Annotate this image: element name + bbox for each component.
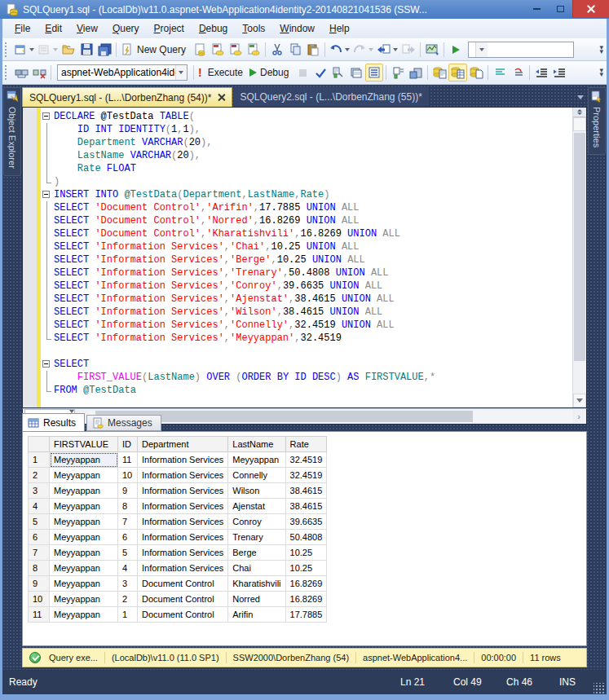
toolbar-overflow-button[interactable]: ▾▾ [599, 68, 603, 77]
code-line[interactable]: ) [54, 175, 572, 188]
new-query-button[interactable]: New Query [119, 41, 191, 59]
code-line[interactable]: SELECT 'Information Services','Conroy',3… [54, 280, 572, 293]
comment-button[interactable] [491, 64, 509, 81]
new-window-button[interactable] [12, 41, 36, 59]
table-row[interactable]: 4Meyyappan8Information ServicesAjenstat3… [29, 499, 327, 514]
table-row[interactable]: 6Meyyappan6Information ServicesTrenary50… [29, 530, 327, 545]
results-to-text-button[interactable] [430, 64, 448, 81]
query-options-button[interactable] [365, 64, 383, 81]
query-designer-button[interactable] [347, 64, 365, 81]
chevron-down-icon[interactable] [175, 65, 187, 80]
database-selector[interactable]: aspnet-WebApplication4ide [57, 64, 188, 81]
menu-debug[interactable]: Debug [192, 20, 235, 37]
code-line[interactable]: SELECT 'Information Services','Berge',10… [54, 253, 572, 266]
grid-cell[interactable]: 32.4519 [285, 452, 327, 468]
grid-cell[interactable]: 10.25 [285, 545, 327, 561]
grid-cell[interactable]: Meyyappan [50, 499, 118, 514]
grid-cell[interactable]: 1 [118, 607, 138, 623]
object-explorer-tab[interactable]: Object Explorer [3, 87, 21, 176]
table-row[interactable]: 2Meyyappan10Information ServicesConnelly… [29, 468, 327, 483]
grid-cell[interactable]: Meyyappan [50, 561, 118, 576]
menu-query[interactable]: Query [105, 20, 147, 37]
parse-button[interactable] [311, 64, 329, 81]
grid-cell[interactable]: 5 [118, 545, 138, 561]
code-line[interactable]: DECLARE @TestData TABLE( [54, 110, 572, 123]
grid-cell[interactable]: Document Control [138, 607, 228, 623]
row-header[interactable]: 3 [29, 483, 50, 499]
grid-cell[interactable]: 10 [118, 468, 138, 483]
results-pane-tab-results[interactable]: Results [22, 413, 85, 431]
navigate-backward-button[interactable] [375, 41, 399, 59]
code-line[interactable] [54, 345, 572, 358]
grid-cell[interactable]: Information Services [138, 452, 228, 468]
grid-cell[interactable]: Information Services [138, 530, 228, 545]
grid-cell[interactable]: Information Services [138, 483, 228, 499]
grid-cell[interactable]: Information Services [138, 499, 228, 514]
navigate-forward-button[interactable] [399, 41, 417, 59]
column-header-firstvalue[interactable]: FIRSTVALUE [50, 437, 118, 452]
analyze-query-button[interactable] [329, 64, 347, 81]
grid-cell[interactable]: 32.4519 [285, 468, 327, 483]
grid-cell[interactable]: Information Services [138, 561, 228, 576]
grid-cell[interactable]: Information Services [138, 468, 228, 483]
sql-editor[interactable]: DECLARE @TestData TABLE( ID INT IDENTITY… [22, 107, 587, 408]
undo-button[interactable] [328, 41, 351, 59]
grid-cell[interactable]: Meyyappan [50, 452, 118, 468]
increase-indent-button[interactable] [550, 64, 568, 81]
grid-cell[interactable]: 16.8269 [285, 576, 327, 592]
row-header[interactable]: 11 [29, 607, 50, 623]
table-row[interactable]: 3Meyyappan9Information ServicesWilson38.… [29, 483, 327, 499]
code-line[interactable]: SELECT 'Information Services','Ajenstat'… [54, 293, 572, 306]
table-row[interactable]: 5Meyyappan7Information ServicesConroy39.… [29, 514, 327, 530]
grid-cell[interactable]: Berge [228, 545, 285, 561]
grid-cell[interactable]: Meyyappan [50, 483, 118, 499]
uncomment-button[interactable] [509, 64, 527, 81]
scroll-down-button[interactable] [573, 394, 586, 407]
grid-cell[interactable]: 4 [118, 561, 138, 576]
start-button[interactable] [447, 41, 465, 59]
results-to-file-button[interactable] [467, 64, 485, 81]
code-lines[interactable]: DECLARE @TestData TABLE( ID INT IDENTITY… [54, 108, 572, 407]
grid-cell[interactable]: Meyyappan [50, 530, 118, 545]
grid-cell[interactable]: 10.25 [285, 561, 327, 576]
code-line[interactable]: SELECT [54, 358, 572, 371]
tab-close-icon[interactable] [218, 94, 225, 101]
table-row[interactable]: 9Meyyappan3Document ControlKharatishvili… [29, 576, 327, 592]
toolbar-grip[interactable] [5, 42, 9, 57]
grid-cell[interactable]: 3 [118, 576, 138, 592]
code-line[interactable]: SELECT 'Document Control','Kharatishvili… [54, 227, 572, 240]
maximize-button[interactable] [549, 1, 572, 17]
code-line[interactable]: ID INT IDENTITY(1,1), [54, 123, 572, 136]
grid-cell[interactable]: Information Services [138, 514, 228, 530]
code-line[interactable]: SELECT 'Information Services','Wilson',3… [54, 306, 572, 319]
table-row[interactable]: 11Meyyappan1Document ControlArifin17.788… [29, 607, 327, 623]
vertical-scrollbar[interactable] [572, 108, 586, 407]
code-line[interactable]: FROM @TestData [54, 384, 572, 397]
properties-tab[interactable]: Properties [588, 87, 606, 155]
mdx-query-button[interactable] [209, 41, 227, 59]
row-header[interactable]: 9 [29, 576, 50, 592]
grid-cell[interactable]: 16.8269 [285, 592, 327, 607]
grid-corner-header[interactable] [29, 437, 50, 452]
grid-cell[interactable]: Document Control [138, 576, 228, 592]
row-header[interactable]: 10 [29, 592, 50, 607]
grid-cell[interactable]: Chai [228, 561, 285, 576]
activity-monitor-button[interactable] [423, 41, 441, 59]
redo-button[interactable] [351, 41, 375, 59]
code-line[interactable]: SELECT 'Document Control','Arifin',17.78… [54, 201, 572, 214]
code-line[interactable]: INSERT INTO @TestData(Department,LastNam… [54, 188, 572, 201]
column-header-department[interactable]: Department [138, 437, 228, 452]
grid-cell[interactable]: Meyyappan [50, 545, 118, 561]
toolbar-overflow-button[interactable]: ▾▾ [599, 46, 603, 54]
code-line[interactable]: SELECT 'Information Services','Chai',10.… [54, 240, 572, 253]
grid-cell[interactable]: 38.4615 [285, 499, 327, 514]
copy-button[interactable] [286, 41, 304, 59]
results-pane-tab-messages[interactable]: Messages [86, 415, 161, 431]
save-all-button[interactable] [95, 41, 113, 59]
include-client-statistics-button[interactable] [407, 64, 425, 81]
disconnect-button[interactable] [30, 64, 48, 81]
paste-button[interactable] [304, 41, 322, 59]
code-line[interactable]: FIRST_VALUE(LastName) OVER (ORDER BY ID … [54, 371, 572, 384]
column-header-id[interactable]: ID [118, 437, 138, 452]
close-button[interactable] [572, 0, 609, 18]
